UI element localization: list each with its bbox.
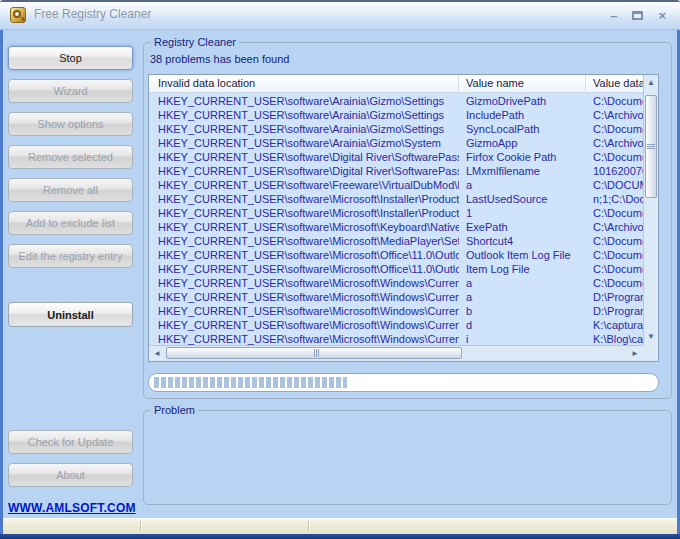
cell-value-name: IncludePath	[459, 108, 586, 122]
table-row[interactable]: HKEY_CURRENT_USER\software\Arainia\Gizmo…	[149, 94, 643, 108]
sidebar-button[interactable]: Remove all	[8, 178, 133, 202]
table-row[interactable]: HKEY_CURRENT_USER\software\Microsoft\Ins…	[149, 192, 643, 206]
progress-fill	[154, 377, 347, 388]
cell-value-name: Outlook Item Log File	[459, 248, 586, 262]
table-row[interactable]: HKEY_CURRENT_USER\software\Arainia\Gizmo…	[149, 122, 643, 136]
cell-value-name: d	[459, 318, 586, 332]
cell-location: HKEY_CURRENT_USER\software\Microsoft\Off…	[149, 248, 459, 262]
cell-location: HKEY_CURRENT_USER\software\Digital River…	[149, 164, 459, 178]
horizontal-scrollbar-thumb[interactable]	[166, 347, 462, 359]
scroll-left-icon[interactable]: ◄	[149, 346, 165, 361]
cell-value-data: C:\Docume	[586, 262, 643, 276]
cell-location: HKEY_CURRENT_USER\software\Microsoft\Win…	[149, 332, 459, 345]
cell-location: HKEY_CURRENT_USER\software\Microsoft\Med…	[149, 234, 459, 248]
table-row[interactable]: HKEY_CURRENT_USER\software\Microsoft\Ins…	[149, 206, 643, 220]
app-icon	[10, 7, 26, 23]
sidebar-button-group: StopWizardShow optionsRemove selectedRem…	[8, 46, 133, 277]
cell-location: HKEY_CURRENT_USER\software\Microsoft\Ins…	[149, 192, 459, 206]
cell-value-data: C:\Archivo	[586, 136, 643, 150]
scrollbar-corner	[643, 345, 658, 361]
table-row[interactable]: HKEY_CURRENT_USER\software\Microsoft\Off…	[149, 248, 643, 262]
sidebar-button[interactable]: Stop	[8, 46, 133, 70]
cell-value-name: SyncLocalPath	[459, 122, 586, 136]
table-row[interactable]: HKEY_CURRENT_USER\software\Arainia\Gizmo…	[149, 108, 643, 122]
scroll-down-icon[interactable]: ▼	[644, 329, 658, 345]
thumb-grip	[314, 349, 315, 357]
cell-value-name: Shortcut4	[459, 234, 586, 248]
cell-value-name: i	[459, 332, 586, 345]
cell-value-data: C:\Docume	[586, 206, 643, 220]
sidebar-button[interactable]: Edit the registry entry	[8, 244, 133, 268]
table-row[interactable]: HKEY_CURRENT_USER\software\Microsoft\Win…	[149, 318, 643, 332]
sidebar-button[interactable]: Remove selected	[8, 145, 133, 169]
cell-value-data: K:\captura	[586, 318, 643, 332]
table-row[interactable]: HKEY_CURRENT_USER\software\Microsoft\Off…	[149, 262, 643, 276]
sidebar-button[interactable]: Wizard	[8, 79, 133, 103]
cell-location: HKEY_CURRENT_USER\software\Microsoft\Ins…	[149, 206, 459, 220]
table-row[interactable]: HKEY_CURRENT_USER\software\Microsoft\Win…	[149, 290, 643, 304]
list-header: Invalid data location Value name Value d…	[149, 75, 658, 93]
cell-value-data: C:\Docume	[586, 122, 643, 136]
table-row[interactable]: HKEY_CURRENT_USER\software\Freeware\Virt…	[149, 178, 643, 192]
uninstall-button[interactable]: Uninstall	[8, 302, 133, 327]
table-row[interactable]: HKEY_CURRENT_USER\software\Microsoft\Win…	[149, 276, 643, 290]
magnifier-icon	[13, 10, 21, 18]
cell-value-name: b	[459, 304, 586, 318]
cell-location: HKEY_CURRENT_USER\software\Arainia\Gizmo…	[149, 108, 459, 122]
vertical-scrollbar-thumb[interactable]	[645, 95, 657, 198]
window-border-bottom	[0, 534, 680, 539]
app-window: Free Registry Cleaner – × StopWizardShow…	[0, 0, 680, 539]
cell-location: HKEY_CURRENT_USER\software\Digital River…	[149, 150, 459, 164]
cell-location: HKEY_CURRENT_USER\software\Microsoft\Win…	[149, 304, 459, 318]
scroll-right-icon[interactable]: ►	[627, 346, 643, 361]
horizontal-scrollbar[interactable]: ◄ ►	[149, 345, 643, 361]
problems-found-text: 38 problems has been found	[150, 53, 289, 65]
column-header-invalid-data-location[interactable]: Invalid data location	[149, 75, 459, 93]
window-controls: – ×	[610, 0, 666, 30]
table-body: HKEY_CURRENT_USER\software\Arainia\Gizmo…	[149, 94, 643, 345]
maximize-glyph	[632, 11, 643, 20]
registry-cleaner-group-label: Registry Cleaner	[151, 36, 239, 48]
magnifier-handle	[21, 17, 25, 21]
table-row[interactable]: HKEY_CURRENT_USER\software\Microsoft\Win…	[149, 332, 643, 345]
title-bar[interactable]: Free Registry Cleaner – ×	[0, 0, 680, 30]
cell-value-name: LMxmlfilename	[459, 164, 586, 178]
cell-value-name: 1	[459, 206, 586, 220]
cell-value-data: C:\Docume	[586, 234, 643, 248]
sidebar-button[interactable]: Show options	[8, 112, 133, 136]
cell-location: HKEY_CURRENT_USER\software\Arainia\Gizmo…	[149, 122, 459, 136]
table-row[interactable]: HKEY_CURRENT_USER\software\Digital River…	[149, 150, 643, 164]
cell-value-name: a	[459, 276, 586, 290]
cell-location: HKEY_CURRENT_USER\software\Microsoft\Key…	[149, 220, 459, 234]
cell-value-name: ExePath	[459, 220, 586, 234]
cell-value-name: a	[459, 290, 586, 304]
table-row[interactable]: HKEY_CURRENT_USER\software\Arainia\Gizmo…	[149, 136, 643, 150]
table-row[interactable]: HKEY_CURRENT_USER\software\Microsoft\Med…	[149, 234, 643, 248]
status-bar	[3, 518, 677, 534]
cell-value-data: D:\Progran	[586, 290, 643, 304]
sidebar-button[interactable]: About	[8, 463, 133, 487]
sidebar-bottom-group: Check for UpdateAbout	[8, 430, 133, 496]
table-row[interactable]: HKEY_CURRENT_USER\software\Microsoft\Key…	[149, 220, 643, 234]
table-row[interactable]: HKEY_CURRENT_USER\software\Digital River…	[149, 164, 643, 178]
cell-value-name: GizmoApp	[459, 136, 586, 150]
close-icon[interactable]: ×	[658, 9, 666, 22]
minimize-icon[interactable]: –	[610, 9, 617, 22]
cell-value-data: C:\DOCUM	[586, 178, 643, 192]
column-header-value-name[interactable]: Value name	[459, 75, 586, 93]
cell-location: HKEY_CURRENT_USER\software\Arainia\Gizmo…	[149, 136, 459, 150]
sidebar-button[interactable]: Check for Update	[8, 430, 133, 454]
cell-value-name: GizmoDrivePath	[459, 94, 586, 108]
thumb-grip	[647, 144, 655, 145]
table-row[interactable]: HKEY_CURRENT_USER\software\Microsoft\Win…	[149, 304, 643, 318]
vertical-scrollbar[interactable]: ▲ ▼	[643, 75, 658, 345]
website-link[interactable]: WWW.AMLSOFT.COM	[8, 501, 136, 515]
maximize-icon[interactable]	[632, 9, 643, 22]
scroll-up-icon[interactable]: ▲	[644, 75, 658, 91]
problem-groupbox: Problem	[143, 410, 672, 505]
cell-value-data: C:\Docume	[586, 150, 643, 164]
statusbar-divider	[308, 521, 309, 532]
cell-value-name: LastUsedSource	[459, 192, 586, 206]
sidebar-button[interactable]: Add to exclude list	[8, 211, 133, 235]
cell-value-data: C:\Docume	[586, 248, 643, 262]
